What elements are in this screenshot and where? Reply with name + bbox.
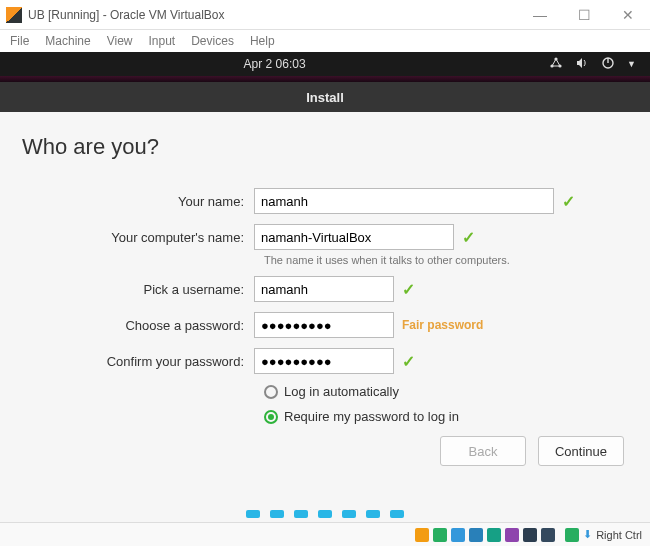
page-heading: Who are you? <box>22 134 628 160</box>
radio-label-require: Require my password to log in <box>284 409 459 424</box>
password-input[interactable] <box>254 312 394 338</box>
menu-devices[interactable]: Devices <box>191 34 234 48</box>
ubuntu-clock: Apr 2 06:03 <box>0 57 549 71</box>
check-icon: ✓ <box>562 192 575 211</box>
dot <box>390 510 404 518</box>
dot <box>246 510 260 518</box>
dot <box>342 510 356 518</box>
continue-button[interactable]: Continue <box>538 436 624 466</box>
computer-name-input[interactable] <box>254 224 454 250</box>
power-icon[interactable] <box>601 56 615 73</box>
dot <box>318 510 332 518</box>
dot <box>294 510 308 518</box>
maximize-button[interactable]: ☐ <box>562 0 606 30</box>
vbox-app-icon <box>6 7 22 23</box>
radio-label-auto: Log in automatically <box>284 384 399 399</box>
network-status-icon[interactable] <box>541 528 555 542</box>
volume-icon[interactable] <box>575 56 589 73</box>
label-your-name: Your name: <box>22 194 254 209</box>
confirm-password-input[interactable] <box>254 348 394 374</box>
radio-require-password[interactable]: Require my password to log in <box>264 409 628 424</box>
ubuntu-topbar: Apr 2 06:03 ▼ <box>0 52 650 76</box>
check-icon: ✓ <box>462 228 475 247</box>
label-computer-name: Your computer's name: <box>22 230 254 245</box>
display-icon[interactable] <box>487 528 501 542</box>
radio-icon <box>264 385 278 399</box>
hd-icon[interactable] <box>415 528 429 542</box>
menu-input[interactable]: Input <box>149 34 176 48</box>
audio-icon[interactable] <box>523 528 537 542</box>
chevron-down-icon[interactable]: ▼ <box>627 59 636 69</box>
check-icon: ✓ <box>402 352 415 371</box>
menu-view[interactable]: View <box>107 34 133 48</box>
menu-file[interactable]: File <box>10 34 29 48</box>
host-key-label: Right Ctrl <box>596 529 642 541</box>
progress-dots <box>246 510 404 518</box>
install-window-title: Install <box>0 82 650 112</box>
window-title: UB [Running] - Oracle VM VirtualBox <box>28 8 518 22</box>
guest-screen: Apr 2 06:03 ▼ Install Who are you? Your … <box>0 52 650 522</box>
your-name-input[interactable] <box>254 188 554 214</box>
check-icon: ✓ <box>402 280 415 299</box>
dot <box>270 510 284 518</box>
menu-machine[interactable]: Machine <box>45 34 90 48</box>
install-content: Who are you? Your name: ✓ Your computer'… <box>0 112 650 522</box>
vbox-statusbar: ⬇ Right Ctrl <box>0 522 650 546</box>
usb-icon[interactable] <box>451 528 465 542</box>
vbox-titlebar: UB [Running] - Oracle VM VirtualBox — ☐ … <box>0 0 650 30</box>
back-button[interactable]: Back <box>440 436 526 466</box>
network-icon[interactable] <box>549 56 563 73</box>
optical-icon[interactable] <box>433 528 447 542</box>
mouse-integration-icon[interactable] <box>565 528 579 542</box>
shared-folder-icon[interactable] <box>469 528 483 542</box>
label-confirm: Confirm your password: <box>22 354 254 369</box>
radio-icon-selected <box>264 410 278 424</box>
dot <box>366 510 380 518</box>
password-strength: Fair password <box>402 318 483 332</box>
keyboard-down-icon: ⬇ <box>583 528 592 541</box>
menu-help[interactable]: Help <box>250 34 275 48</box>
label-password: Choose a password: <box>22 318 254 333</box>
minimize-button[interactable]: — <box>518 0 562 30</box>
username-input[interactable] <box>254 276 394 302</box>
close-button[interactable]: ✕ <box>606 0 650 30</box>
vbox-menu: File Machine View Input Devices Help <box>0 30 650 52</box>
recording-icon[interactable] <box>505 528 519 542</box>
label-username: Pick a username: <box>22 282 254 297</box>
radio-auto-login[interactable]: Log in automatically <box>264 384 628 399</box>
computer-name-hint: The name it uses when it talks to other … <box>264 254 628 266</box>
